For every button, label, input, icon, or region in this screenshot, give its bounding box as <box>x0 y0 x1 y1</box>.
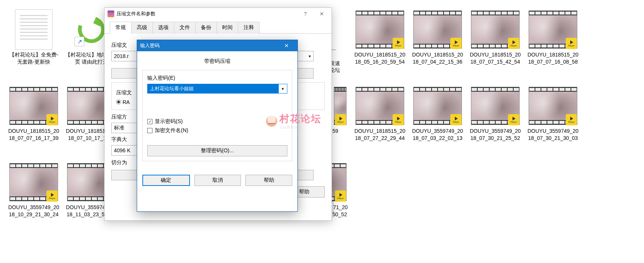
player-badge-icon: Player <box>450 114 462 125</box>
file-label: 【村花论坛】全免费-无套路-更新快 <box>7 51 60 65</box>
video-file[interactable]: PlayerDOUYU_1818515_2018_07_07_16_08_58 <box>525 9 581 84</box>
method-select[interactable]: 标准 <box>111 123 137 133</box>
player-badge-icon: Player <box>566 114 577 125</box>
file-label: DOUYU_1818515_2018_05_16_20_59_54 <box>354 51 406 65</box>
dialog1-tabs: 常规高级选项文件备份时间注释 <box>105 20 332 34</box>
rar-icon <box>108 10 114 17</box>
checkbox-unchecked-icon <box>147 128 152 133</box>
file-label: DOUYU_1818515_2018_07_07_16_17_39 <box>7 128 60 142</box>
file-label: DOUYU_1818515_2018_07_27_22_29_44 <box>354 128 406 142</box>
file-label: DOUYU_3559749_2018_07_30_21_25_52 <box>469 128 521 142</box>
text-document[interactable]: 【村花论坛】全免费-无套路-更新快 <box>6 9 62 84</box>
dialog1-title: 压缩文件名和参数 <box>117 10 297 17</box>
radio-on-icon <box>116 100 121 104</box>
tab-注释[interactable]: 注释 <box>238 22 260 34</box>
file-label: DOUYU_3559749_2018_10_29_21_30_24 <box>7 204 60 218</box>
tab-时间[interactable]: 时间 <box>217 22 238 34</box>
file-label: DOUYU_1818515_2018_07_07_15_42_54 <box>469 51 521 65</box>
player-badge-icon: Player <box>393 114 404 125</box>
video-file[interactable]: PlayerDOUYU_3559749_2018_07_03_22_02_13 <box>409 86 466 160</box>
split-label: 切分为 <box>111 159 127 166</box>
method-label: 压缩方 <box>111 114 127 120</box>
format-rar-radio[interactable]: RA <box>116 99 130 105</box>
dict-value: 4096 K <box>114 147 130 153</box>
video-file[interactable]: PlayerDOUYU_1818515_2018_07_04_22_15_36 <box>409 9 466 84</box>
dialog2-ok-button[interactable]: 确定 <box>142 175 190 186</box>
tab-选项[interactable]: 选项 <box>152 22 174 34</box>
password-combobox[interactable]: 上村花论坛看小姐姐 ▾ <box>147 84 287 94</box>
player-badge-icon: Player <box>450 38 462 49</box>
password-label: 输入密码(E) <box>147 75 287 82</box>
video-file[interactable]: PlayerDOUYU_3559749_2018_10_29_21_30_24 <box>6 162 62 237</box>
tab-常规[interactable]: 常规 <box>110 22 131 34</box>
chevron-down-icon[interactable]: ▾ <box>279 84 287 93</box>
tab-文件[interactable]: 文件 <box>174 22 196 34</box>
dialog1-help-button[interactable]: ? <box>297 8 314 19</box>
player-badge-icon: Player <box>393 38 404 49</box>
video-file[interactable]: PlayerDOUYU_1818515_2018_07_07_15_42_54 <box>467 9 523 84</box>
password-group: 输入密码(E) 上村花论坛看小姐姐 ▾ ✓ 显示密码(S) 加密文件名(N) 整… <box>142 70 292 161</box>
dialog2-titlebar[interactable]: 输入密码 ✕ <box>137 40 297 51</box>
dialog2-subtitle: 带密码压缩 <box>142 58 292 65</box>
browser-icon: ↗ <box>75 13 108 46</box>
show-password-checkbox[interactable]: ✓ 显示密码(S) <box>147 118 287 125</box>
checkbox-checked-icon: ✓ <box>147 119 152 124</box>
file-label: DOUYU_3559749_2018_07_03_22_02_13 <box>411 128 464 142</box>
password-dialog: 输入密码 ✕ 带密码压缩 输入密码(E) 上村花论坛看小姐姐 ▾ ✓ 显示密码(… <box>137 40 298 212</box>
video-file[interactable]: PlayerDOUYU_1818515_2018_07_07_16_17_39 <box>6 86 62 160</box>
dict-label: 字典大 <box>111 136 127 143</box>
filename-label: 压缩文 <box>111 42 127 49</box>
dialog2-cancel-button[interactable]: 取消 <box>194 175 241 186</box>
player-badge-icon: Player <box>335 190 346 202</box>
player-badge-icon: Player <box>335 114 346 125</box>
dialog2-body: 带密码压缩 输入密码(E) 上村花论坛看小姐姐 ▾ ✓ 显示密码(S) 加密文件… <box>137 51 297 170</box>
text-doc-icon <box>15 9 52 50</box>
file-label: DOUYU_1818515_2018_07_04_22_15_36 <box>411 51 464 65</box>
tab-备份[interactable]: 备份 <box>195 22 217 34</box>
dict-select[interactable]: 4096 K <box>111 145 137 156</box>
video-file[interactable]: PlayerDOUYU_1818515_2018_07_27_22_29_44 <box>352 86 408 160</box>
dialog1-titlebar[interactable]: 压缩文件名和参数 ? ✕ <box>105 8 332 20</box>
radio-rar-label: RA <box>123 99 130 105</box>
video-file[interactable]: PlayerDOUYU_3559749_2018_07_30_21_30_03 <box>525 86 581 160</box>
tab-高级[interactable]: 高级 <box>131 22 153 34</box>
shortcut-arrow-icon: ↗ <box>75 37 84 46</box>
player-badge-icon: Player <box>566 38 577 49</box>
organize-passwords-button[interactable]: 整理密码(O)... <box>147 145 287 156</box>
encrypt-filenames-checkbox[interactable]: 加密文件名(N) <box>147 127 287 134</box>
dialog2-footer: 确定 取消 帮助 <box>137 170 297 192</box>
video-file[interactable]: PlayerDOUYU_1818515_2018_05_16_20_59_54 <box>352 9 408 84</box>
chevron-down-icon: ▾ <box>309 54 311 59</box>
format-label: 压缩文 <box>116 89 132 96</box>
file-label: DOUYU_3559749_2018_07_30_21_30_03 <box>527 128 579 142</box>
player-badge-icon: Player <box>46 190 58 202</box>
player-badge-icon: Player <box>46 114 58 125</box>
file-label: DOUYU_1818515_2018_07_07_16_08_58 <box>527 51 579 65</box>
player-badge-icon: Player <box>508 38 519 49</box>
password-value: 上村花论坛看小姐姐 <box>148 84 279 93</box>
dialog1-close-button[interactable]: ✕ <box>314 8 330 19</box>
dialog2-help-button[interactable]: 帮助 <box>245 175 292 186</box>
video-file[interactable]: PlayerDOUYU_3559749_2018_07_30_21_25_52 <box>467 86 523 160</box>
encrypt-filenames-label: 加密文件名(N) <box>155 127 188 134</box>
dialog2-close-button[interactable]: ✕ <box>279 40 294 51</box>
player-badge-icon: Player <box>508 114 519 125</box>
method-value: 标准 <box>114 125 124 131</box>
filename-value: 2018.r <box>114 53 129 59</box>
dialog2-title: 输入密码 <box>140 42 279 49</box>
show-password-label: 显示密码(S) <box>155 118 183 125</box>
